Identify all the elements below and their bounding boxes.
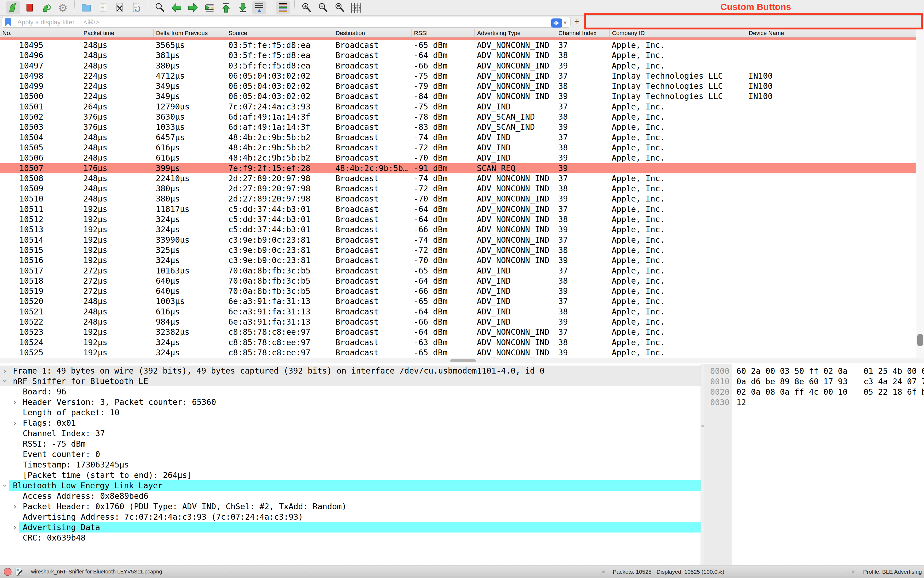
table-row[interactable]: 10500224µs349µs06:05:04:03:02:02Broadcas… [0,91,916,101]
reload-file-icon[interactable] [129,1,143,15]
table-row[interactable]: 10503376µs1033µs6d:af:49:1a:14:3fBroadca… [0,122,916,132]
detail-tree-item[interactable]: ›Packet Header: 0x1760 (PDU Type: ADV_IN… [0,501,701,511]
table-row[interactable]: 10506248µs616µs48:4b:2c:9b:5b:b2Broadcas… [0,153,916,163]
column-header[interactable]: Delta from Previous [153,29,226,37]
table-row[interactable]: 10520248µs1003µs6e:a3:91:fa:31:13Broadca… [0,296,916,307]
go-back-icon[interactable] [169,1,183,15]
hex-row[interactable]: 000060 2a 00 03 50 ff 02 0a01 25 4b 00 0 [704,366,924,376]
stop-capture-icon[interactable] [23,1,37,15]
detail-tree-item[interactable]: ›nRF Sniffer for Bluetooth LE [0,376,701,386]
table-row[interactable]: 10514192µs33990µsc3:9e:b9:0c:23:81Broadc… [0,235,916,245]
table-row[interactable]: 10510248µs380µs2d:27:89:20:97:98Broadcas… [0,194,916,204]
add-filter-button[interactable]: + [574,16,580,26]
find-packet-icon[interactable] [153,1,167,15]
hex-bytes[interactable]: 05 22 18 6f b [864,386,924,397]
table-row[interactable]: 10509248µs380µs2d:27:89:20:97:98Broadcas… [0,183,916,194]
vertical-scrollbar-handle[interactable] [918,334,923,346]
go-top-icon[interactable] [219,1,233,15]
column-header[interactable]: Device Name [746,29,916,37]
zoom-out-icon[interactable] [316,1,330,15]
pane-splitter[interactable] [701,364,704,565]
display-filter-input[interactable] [14,18,570,27]
hex-bytes[interactable]: 12 [736,397,746,408]
resize-columns-icon[interactable] [349,1,363,15]
detail-tree-item[interactable]: ›Flags: 0x01 [0,418,701,428]
auto-scroll-icon[interactable] [252,1,266,15]
hex-bytes[interactable]: c3 4a 24 07 7 [864,376,924,386]
apply-filter-button[interactable] [551,18,562,28]
save-file-icon[interactable] [96,1,110,15]
detail-tree-item[interactable]: Channel Index: 37 [0,428,701,438]
hex-bytes[interactable]: 01 25 4b 00 0 [864,366,924,376]
table-row[interactable]: 10511192µs11817µsc5:dd:37:44:b3:01Broadc… [0,204,916,214]
packet-list-vertical-scrollbar[interactable] [916,29,924,358]
table-row[interactable]: 10519272µs640µs70:0a:8b:fb:3c:b5Broadcas… [0,286,916,296]
table-row[interactable]: 10518272µs640µs70:0a:8b:fb:3c:b5Broadcas… [0,276,916,286]
table-row[interactable]: 10524192µs324µsc8:85:78:c8:ee:97Broadcas… [0,338,916,347]
table-row[interactable]: 10517272µs10163µs70:0a:8b:fb:3c:b5Broadc… [0,266,916,276]
splitter-handle-icon[interactable] [702,425,704,427]
zoom-in-icon[interactable] [299,1,313,15]
table-row[interactable]: 10507176µs399µs7e:f9:2f:15:ef:2848:4b:2c… [0,163,916,174]
hex-row[interactable]: 00100a d6 be 89 8e 60 17 93c3 4a 24 07 7 [704,376,924,386]
table-row[interactable]: 10521248µs616µs6e:a3:91:fa:31:13Broadcas… [0,307,916,317]
table-row[interactable]: 10516192µs324µsc3:9e:b9:0c:23:81Broadcas… [0,255,916,265]
table-row[interactable]: 10501264µs12790µs7c:07:24:4a:c3:93Broadc… [0,102,916,112]
table-row[interactable]: 10522248µs984µs6e:a3:91:fa:31:13Broadcas… [0,317,916,327]
table-row[interactable]: 10497248µs380µs03:5f:fe:f5:d8:eaBroadcas… [0,61,916,71]
table-row[interactable]: 10523192µs32382µsc8:85:78:c8:ee:97Broadc… [0,327,916,337]
table-row[interactable]: 10505248µs616µs48:4b:2c:9b:5b:b2Broadcas… [0,143,916,153]
table-row[interactable]: 10513192µs324µsc5:dd:37:44:b3:01Broadcas… [0,224,916,235]
close-file-icon[interactable] [113,1,127,15]
detail-tree-item[interactable]: Board: 96 [0,386,701,397]
packet-list-horizontal-scrollbar[interactable] [0,358,924,364]
detail-tree-item[interactable]: Length of packet: 10 [0,407,701,418]
detail-tree-item[interactable]: RSSI: -75 dBm [0,438,701,449]
column-header[interactable]: RSSI [411,29,474,37]
go-to-packet-icon[interactable] [203,1,216,15]
hex-bytes[interactable]: 0a d6 be 89 8e 60 17 93 [736,376,848,386]
open-file-icon[interactable] [80,1,93,15]
start-capture-icon[interactable] [6,1,20,15]
colorize-packets-icon[interactable] [276,1,290,15]
table-row[interactable]: 10515192µs325µsc3:9e:b9:0c:23:81Broadcas… [0,245,916,255]
capture-comment-icon[interactable] [16,568,23,577]
column-header[interactable]: Channel Index [556,29,609,37]
detail-tree-item[interactable]: [Packet time (start to end): 264µs] [0,470,701,480]
column-header[interactable]: Advertising Type [474,29,556,37]
column-header[interactable]: Company ID [609,29,746,37]
column-header[interactable]: Packet time [81,29,153,37]
table-row[interactable]: 10499224µs349µs06:05:04:03:02:02Broadcas… [0,81,916,91]
capture-options-gear-icon[interactable]: ⚙ [56,1,70,15]
column-header[interactable]: Source [226,29,333,37]
table-row[interactable]: 10525192µs324µsc8:85:78:c8:ee:97Broadcas… [0,347,916,358]
go-forward-icon[interactable] [186,1,200,15]
expert-info-icon[interactable] [4,568,11,576]
table-row[interactable]: 10495248µs3565µs03:5f:fe:f5:d8:eaBroadca… [0,40,916,50]
detail-tree-item[interactable]: ›Header Version: 3, Packet counter: 6536… [0,397,701,407]
hex-bytes[interactable]: 02 0a 08 0a ff 4c 00 10 [736,386,848,397]
table-row[interactable]: 10498224µs4712µs06:05:04:03:02:02Broadca… [0,71,916,81]
go-bottom-icon[interactable] [236,1,250,15]
column-header[interactable]: Destination [333,29,411,37]
detail-tree-item[interactable]: ›Frame 1: 49 bytes on wire (392 bits), 4… [0,365,701,376]
filter-dropdown-caret-icon[interactable]: ▾ [563,19,567,26]
hex-bytes[interactable]: 60 2a 00 03 50 ff 02 0a [736,366,848,376]
profile-label[interactable]: Profile: BLE Advertising [863,565,922,578]
detail-tree-item[interactable]: Access Address: 0x8e89bed6 [0,491,701,501]
detail-tree-item[interactable]: Advertising Address: 7c:07:24:4a:c3:93 (… [0,511,701,522]
table-row[interactable]: 10512192µs324µsc5:dd:37:44:b3:01Broadcas… [0,214,916,224]
column-header[interactable]: No. [0,29,81,37]
table-row[interactable]: 10496248µs381µs03:5f:fe:f5:d8:eaBroadcas… [0,50,916,60]
zoom-reset-icon[interactable] [333,1,346,15]
detail-tree-item[interactable]: CRC: 0x639b48 [0,533,701,543]
hex-row[interactable]: 002002 0a 08 0a ff 4c 00 1005 22 18 6f b [704,386,924,397]
detail-tree-item[interactable]: Timestamp: 173063245µs [0,459,701,470]
horizontal-scrollbar-handle[interactable] [450,359,476,362]
table-row[interactable]: 10504248µs6457µs48:4b:2c:9b:5b:b2Broadca… [0,132,916,143]
detail-tree-item[interactable]: ›Advertising Data [0,522,701,533]
filter-bookmark-icon[interactable] [2,17,14,27]
hex-row[interactable]: 003012 [704,397,924,408]
detail-tree-item[interactable]: Event counter: 0 [0,449,701,459]
table-row[interactable]: 10502376µs3630µs6d:af:49:1a:14:3fBroadca… [0,112,916,122]
